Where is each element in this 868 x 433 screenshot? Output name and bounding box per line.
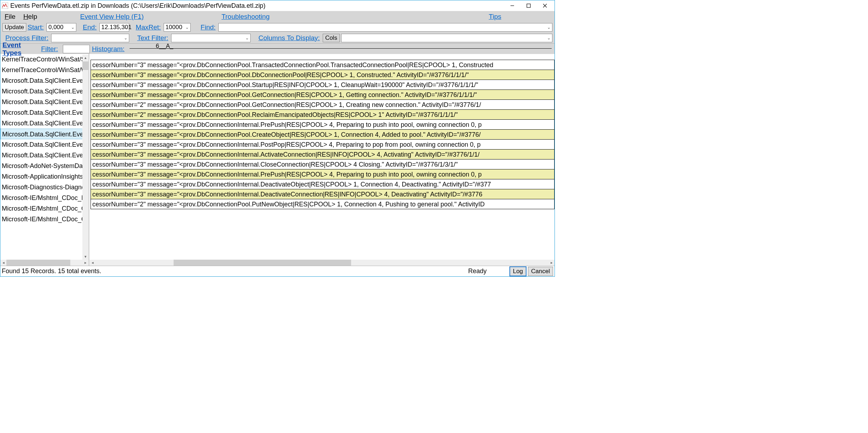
event-types-filter-label[interactable]: Filter: (41, 45, 58, 53)
menu-file[interactable]: File (2, 12, 18, 21)
events-grid[interactable]: cessorNumber="3" message="<prov.DbConnec… (89, 54, 555, 260)
chevron-down-icon: ⌄ (547, 36, 551, 40)
text-filter-label[interactable]: Text Filter: (137, 34, 168, 42)
event-row[interactable]: cessorNumber="3" message="<prov.DbConnec… (91, 189, 555, 199)
content-area: KernelTraceControl/WinSat/SystemConfigKe… (0, 54, 555, 266)
chevron-down-icon: ⌄ (245, 36, 249, 40)
scroll-thumb[interactable] (174, 260, 351, 266)
filter-bar-2: Process Filter: ⌄ Text Filter: ⌄ Columns… (0, 33, 555, 43)
event-types-filter-input[interactable] (63, 45, 90, 53)
scroll-right-icon[interactable]: ▸ (82, 260, 88, 266)
chevron-down-icon: ⌄ (547, 25, 551, 30)
cancel-button[interactable]: Cancel (528, 267, 553, 276)
chevron-down-icon: ⌄ (124, 36, 127, 40)
columns-input[interactable]: ⌄ (341, 34, 552, 42)
event-row[interactable]: cessorNumber="3" message="<prov.DbConnec… (91, 60, 555, 70)
log-button[interactable]: Log (509, 266, 526, 276)
event-types-hscroll[interactable]: ◂ ▸ (0, 260, 88, 266)
event-types-panel: KernelTraceControl/WinSat/SystemConfigKe… (0, 54, 89, 266)
title-bar: Events PerfViewData.etl.zip in Downloads… (0, 0, 555, 11)
start-label[interactable]: Start: (28, 23, 44, 31)
svg-rect-2 (527, 4, 530, 7)
event-type-row[interactable]: Microsoft-AdoNet-SystemData/ManifestData (0, 161, 88, 171)
maxret-value: 10000 (165, 24, 182, 31)
event-row[interactable]: cessorNumber="3" message="<prov.DbConnec… (91, 169, 555, 179)
status-bar: Found 15 Records. 15 total events. Ready… (0, 266, 555, 276)
link-event-view-help[interactable]: Event View Help (F1) (80, 13, 144, 21)
event-row[interactable]: cessorNumber="3" message="<prov.DbConnec… (91, 80, 555, 90)
event-type-row[interactable]: Microsoft.Data.SqlClient.EventSource/Poo… (0, 129, 88, 139)
event-row[interactable]: cessorNumber="3" message="<prov.DbConnec… (91, 129, 555, 140)
event-type-row[interactable]: Microsoft.Data.SqlClient.EventSource/Adv… (0, 75, 88, 86)
link-troubleshooting[interactable]: Troubleshooting (222, 13, 270, 21)
chevron-down-icon: ⌄ (185, 25, 189, 30)
maxret-label[interactable]: MaxRet: (136, 23, 161, 31)
status-text: Found 15 Records. 15 total events. (2, 267, 468, 275)
app-icon (2, 2, 8, 9)
cols-button[interactable]: Cols (323, 34, 340, 42)
event-types-vscroll[interactable]: ▴ ▾ (82, 55, 88, 260)
menu-bar: File Help Event View Help (F1) Troublesh… (0, 11, 555, 22)
events-panel: cessorNumber="3" message="<prov.DbConnec… (89, 54, 555, 266)
scroll-up-icon[interactable]: ▴ (82, 55, 88, 61)
event-type-row[interactable]: KernelTraceControl/WinSat/SystemConfig (0, 54, 88, 65)
event-row[interactable]: cessorNumber="2" message="<prov.DbConnec… (91, 99, 555, 110)
event-row[interactable]: cessorNumber="3" message="<prov.DbConnec… (91, 90, 555, 100)
event-row[interactable]: cessorNumber="3" message="<prov.DbConnec… (91, 119, 555, 130)
window-title: Events PerfViewData.etl.zip in Downloads… (10, 2, 504, 10)
histogram-line: 6__A_ (130, 48, 552, 49)
event-row[interactable]: cessorNumber="2" message="<prov.DbConnec… (91, 109, 555, 120)
find-input[interactable]: ⌄ (218, 23, 552, 32)
maxret-input[interactable]: 10000 ⌄ (164, 23, 191, 32)
event-type-row[interactable]: Microsoft-Diagnostics-DiagnosticSource/ (0, 182, 88, 193)
event-type-row[interactable]: Microsoft-ApplicationInsights-Core/Manif… (0, 171, 88, 182)
events-hscroll[interactable]: ◂ ▸ (89, 260, 555, 266)
event-row[interactable]: cessorNumber="3" message="<prov.DbConnec… (91, 179, 555, 189)
event-row[interactable]: cessorNumber="3" message="<prov.DbConnec… (91, 139, 555, 150)
close-button[interactable] (537, 0, 553, 11)
update-button[interactable]: Update (2, 23, 26, 32)
event-row[interactable]: cessorNumber="3" message="<prov.DbConnec… (91, 70, 555, 80)
status-ready: Ready (468, 267, 487, 275)
event-type-row[interactable]: Microsoft.Data.SqlClient.EventSource/Tra… (0, 150, 88, 161)
event-type-row[interactable]: Microsoft.Data.SqlClient.EventSource/Eve… (0, 97, 88, 107)
event-type-row[interactable]: Microsoft-IE/Mshtml_CDoc_OnPaint/Start (0, 203, 88, 214)
split-header: Event Types Filter: Histogram: 6__A_ (0, 43, 555, 54)
event-types-list[interactable]: KernelTraceControl/WinSat/SystemConfigKe… (0, 54, 88, 260)
minimize-button[interactable] (504, 0, 520, 11)
scroll-thumb[interactable] (6, 260, 70, 266)
event-type-row[interactable]: Microsoft-IE/Mshtml_CDoc_Invalidate (0, 193, 88, 203)
columns-to-display-label[interactable]: Columns To Display: (258, 34, 320, 42)
scroll-right-icon[interactable]: ▸ (548, 260, 555, 266)
scroll-thumb[interactable] (82, 61, 88, 70)
event-row[interactable]: cessorNumber="3" message="<prov.DbConnec… (91, 159, 555, 169)
event-type-row[interactable]: Microsoft.Data.SqlClient.EventSource/Eve… (0, 86, 88, 97)
event-type-row[interactable]: Microsoft.Data.SqlClient.EventSource/Man… (0, 118, 88, 129)
end-input[interactable]: 12.135,301 ⌄ (99, 23, 129, 32)
menu-help[interactable]: Help (21, 12, 39, 21)
scroll-left-icon[interactable]: ◂ (89, 260, 95, 266)
link-tips[interactable]: Tips (489, 13, 501, 21)
event-row[interactable]: cessorNumber="2" message="<prov.DbConnec… (91, 199, 555, 209)
histogram-marks: 6__A_ (156, 43, 173, 50)
start-input[interactable]: 0,000 ⌄ (47, 23, 76, 32)
end-label[interactable]: End: (83, 23, 97, 31)
scroll-left-icon[interactable]: ◂ (0, 260, 6, 266)
filter-bar-1: Update Start: 0,000 ⌄ End: 12.135,301 ⌄ … (0, 22, 555, 33)
start-value: 0,000 (48, 24, 64, 31)
process-filter-input[interactable]: ⌄ (51, 34, 129, 42)
chevron-down-icon: ⌄ (124, 25, 127, 30)
histogram-label[interactable]: Histogram: (92, 45, 125, 53)
text-filter-input[interactable]: ⌄ (171, 34, 251, 42)
chevron-down-icon: ⌄ (71, 25, 75, 30)
event-row[interactable]: cessorNumber="3" message="<prov.DbConnec… (91, 149, 555, 159)
event-type-row[interactable]: KernelTraceControl/WinSat/WinSPR (0, 65, 88, 75)
event-type-row[interactable]: Microsoft-IE/Mshtml_CDoc_OnPaint/Stop (0, 214, 88, 224)
event-type-row[interactable]: Microsoft.Data.SqlClient.EventSource/Eve… (0, 107, 88, 118)
maximize-button[interactable] (520, 0, 537, 11)
event-type-row[interactable]: Microsoft.Data.SqlClient.EventSource/Sta… (0, 139, 88, 150)
find-label[interactable]: Find: (201, 23, 215, 31)
scroll-down-icon[interactable]: ▾ (82, 254, 88, 260)
